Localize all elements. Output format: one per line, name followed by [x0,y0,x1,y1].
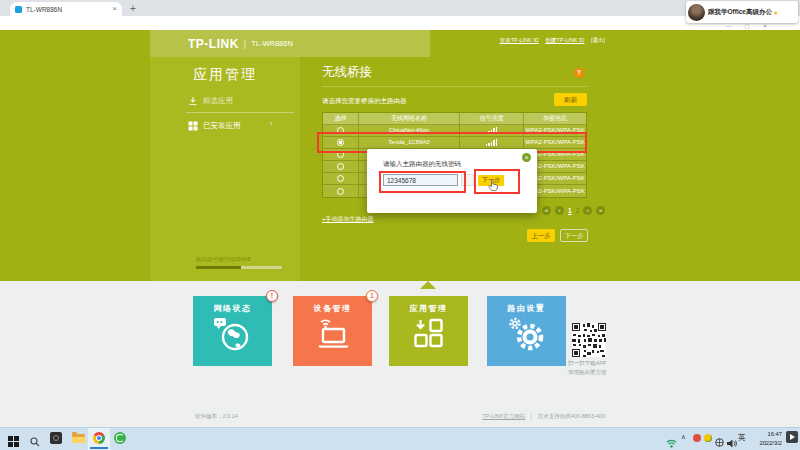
sidebar-installed-label: 已安装应用 [203,121,241,131]
start-button-icon[interactable] [8,433,19,450]
sidebar-item-featured-apps[interactable]: 精选应用 [188,96,233,106]
tile-label: 路由设置 [487,303,566,314]
select-cell[interactable] [323,161,359,172]
clock-date: 2022/3/2 [746,439,782,448]
wifi-tray-icon[interactable] [666,434,677,450]
globe-icon [193,317,272,353]
qr-caption: 扫一扫下载APP 管理路由更方便 [568,359,607,378]
logo-divider: | [244,39,246,49]
page-2[interactable]: 2 [576,207,580,214]
page-1[interactable]: 1 [568,207,572,214]
tile-label: 网络状态 [193,303,272,314]
download-icon [188,96,198,106]
volume-icon[interactable] [727,434,737,450]
header-links: 登录TP-LINK ID 创建TP-LINK ID [退出] [405,37,605,44]
laptop-wifi-icon [293,317,372,351]
file-explorer-icon[interactable] [72,434,85,443]
chrome-icon[interactable] [93,432,105,444]
login-tplink-id-link[interactable]: 登录TP-LINK ID [500,37,539,43]
next-page-button[interactable]: › [583,206,592,215]
tile-app-management-active[interactable]: 应用管理 [389,296,468,366]
browser-tabstrip: TL-WR886N × + [0,0,800,16]
tile-device-management[interactable]: 1 设备管理 [293,296,372,366]
tile-label: 设备管理 [293,303,372,314]
count-badge: 1 [366,290,378,302]
tray-yellow-icon[interactable] [704,434,712,442]
footer-site-link[interactable]: TP-LINK官方网站 [482,413,525,419]
window-close-icon[interactable]: ✕ [763,23,768,29]
qr-caption-line1: 扫一扫下载APP [568,359,607,368]
first-page-button[interactable]: « [542,206,551,215]
pagination: « ‹ 1 2 › » [542,206,605,215]
select-cell[interactable] [323,185,359,197]
presenter-name: 跟我学Office高级办公 [708,8,772,17]
taskbar-clock[interactable]: 16:47 2022/3/2 [746,430,782,448]
sidebar-title: 应用管理 [150,66,300,84]
tile-network-status[interactable]: ! 网络状态 [193,296,272,366]
sidebar-featured-label: 精选应用 [203,96,233,106]
alert-badge: ! [266,290,278,302]
dialog-close-icon[interactable]: × [522,153,531,162]
input-language-indicator[interactable]: 英 [738,433,746,443]
window-minimize-icon[interactable]: — [726,23,732,29]
table-header-row: 选择 无线网络名称 信号强度 加密信息 [323,113,586,125]
clock-time: 16:47 [746,430,782,439]
router-header-logo: TP-LINK | TL-WR886N [150,30,430,57]
hand-cursor-icon [488,178,499,196]
footer-separator: │ [530,413,533,419]
router-model: TL-WR886N [251,39,293,48]
browser-address-bar: ← → ⚠ 不安全 | 192.168.0.2 [0,16,800,31]
logout-link[interactable]: [退出] [591,37,605,43]
tab-close-icon[interactable]: × [112,5,117,13]
page-title: 无线桥接 [322,64,372,81]
storage-progressbar [196,266,282,269]
password-dialog: × 请输入主路由器的无线密码 下一步 [367,149,537,213]
next-step-button[interactable]: 下一步 [560,229,588,242]
chevron-right-icon: › [270,120,272,127]
header-security: 加密信息 [524,113,586,124]
help-icon[interactable]: ? [574,68,584,78]
tab-title: TL-WR886N [26,6,112,13]
tplink-logo: TP-LINK [188,37,239,51]
manual-add-link[interactable]: +手动添加主路由器 [322,215,374,224]
network-globe-icon[interactable] [715,433,724,450]
active-tile-pointer [420,281,436,289]
presenter-avatar [688,4,705,21]
last-page-button[interactable]: » [596,206,605,215]
browser-tab[interactable]: TL-WR886N × [10,2,122,16]
select-cell[interactable] [323,173,359,184]
window-controls: — ▢ ✕ [726,23,767,29]
prev-page-button[interactable]: ‹ [555,206,564,215]
previous-step-button[interactable]: 上一步 [527,229,555,242]
screen-recorder-tray-icon[interactable] [786,431,798,443]
radio-unselected[interactable] [337,188,344,195]
radio-unselected[interactable] [337,163,344,170]
screen: TL-WR886N × + ← → ⚠ 不安全 | 192.168.0.2 — … [0,0,800,450]
search-icon[interactable] [30,433,40,450]
new-tab-button[interactable]: + [130,3,136,14]
active-app-underline [90,447,108,449]
sidebar-item-installed-apps[interactable]: 已安装应用 [188,121,241,131]
storage-progress-fill [196,266,241,269]
tile-label: 应用管理 [389,303,468,314]
taskbar-app-icon[interactable] [50,432,62,444]
radio-unselected[interactable] [337,175,344,182]
header-select: 选择 [323,113,359,124]
sidebar-divider [186,112,294,113]
tile-router-settings[interactable]: 路由设置 [487,296,566,366]
refresh-button[interactable]: 刷新 [554,93,587,106]
green-browser-icon[interactable] [114,432,126,444]
tray-expand-icon[interactable]: ∧ [681,433,686,441]
grid-icon [188,121,198,131]
tab-favicon-icon [15,6,22,13]
app-grid-download-icon [389,317,468,351]
footer-version: 软件版本：2.0.14 [195,413,238,420]
create-tplink-id-link[interactable]: 创建TP-LINK ID [545,37,584,43]
title-divider [322,86,587,87]
header-signal: 信号强度 [460,113,524,124]
window-maximize-icon[interactable]: ▢ [745,23,750,29]
tray-red-icon[interactable] [693,434,701,442]
header-ssid: 无线网络名称 [359,113,460,124]
annotation-password-input [379,171,466,193]
bridge-subtitle: 请选择您需要桥接的主路由器 [322,97,407,106]
